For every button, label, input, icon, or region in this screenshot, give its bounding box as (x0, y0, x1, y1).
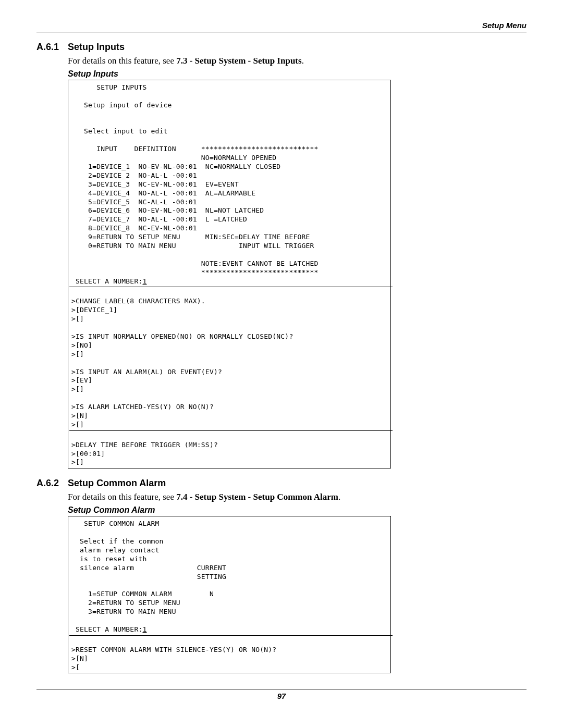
intro-bold: 7.3 - Setup System - Setup Inputs (176, 56, 301, 66)
intro-pre: For details on this feature, see (68, 56, 176, 66)
terminal-content-a62: SETUP COMMON ALARM Select if the common … (71, 520, 389, 634)
section-heading-a61: A.6.1Setup Inputs (36, 42, 527, 53)
divider (69, 287, 393, 287)
select-number-input: 1 (142, 277, 146, 285)
intro-post: . (302, 56, 304, 66)
section-number: A.6.1 (36, 42, 68, 53)
section-number: A.6.2 (36, 478, 68, 489)
divider (69, 430, 393, 431)
section-intro-a61: For details on this feature, see 7.3 - S… (68, 56, 527, 66)
terminal-setup-inputs: SETUP INPUTS Setup input of device Selec… (68, 80, 391, 468)
page-header: Setup Menu (36, 21, 527, 32)
select-number-input: 1 (142, 625, 146, 633)
section-title: Setup Inputs (68, 42, 125, 52)
section-heading-a62: A.6.2Setup Common Alarm (36, 478, 527, 489)
intro-bold: 7.4 - Setup System - Setup Common Alarm (176, 492, 338, 502)
page-footer: 97 (36, 689, 527, 700)
terminal-caption-a61: Setup Inputs (68, 69, 527, 79)
intro-pre: For details on this feature, see (68, 492, 176, 502)
terminal-content-a61c: >DELAY TIME BEFORE TRIGGER (MM:SS)? >[00… (71, 432, 389, 467)
terminal-setup-common-alarm: SETUP COMMON ALARM Select if the common … (68, 516, 391, 673)
terminal-content-a61: SETUP INPUTS Setup input of device Selec… (71, 83, 389, 286)
terminal-content-a61b: >CHANGE LABEL(8 CHARACTERS MAX). >[DEVIC… (71, 288, 389, 429)
page-number: 97 (277, 692, 286, 700)
divider (69, 635, 393, 636)
terminal-caption-a62: Setup Common Alarm (68, 505, 527, 515)
intro-post: . (338, 492, 340, 502)
section-intro-a62: For details on this feature, see 7.4 - S… (68, 492, 527, 502)
terminal-content-a62b: >RESET COMMON ALARM WITH SILENCE-YES(Y) … (71, 637, 389, 672)
section-title: Setup Common Alarm (68, 478, 166, 488)
